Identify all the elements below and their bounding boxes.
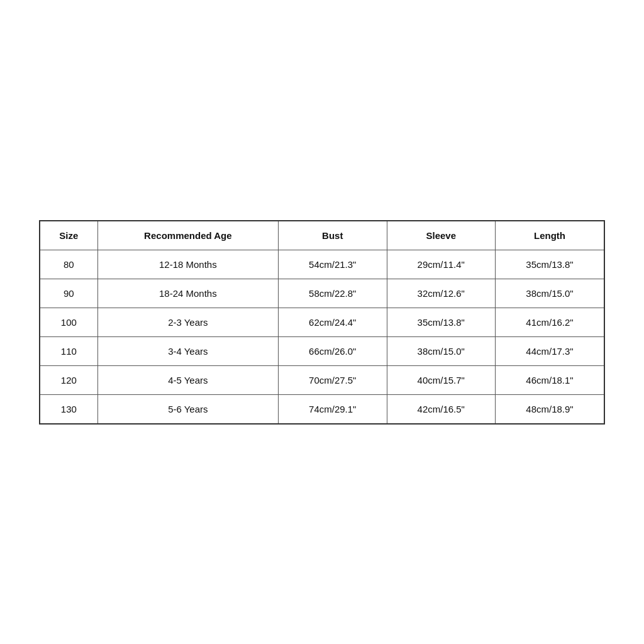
cell-age: 18-24 Months bbox=[97, 279, 278, 308]
cell-sleeve: 29cm/11.4" bbox=[387, 250, 496, 279]
cell-length: 48cm/18.9" bbox=[496, 394, 604, 424]
cell-size: 90 bbox=[40, 279, 97, 308]
table-row: 9018-24 Months58cm/22.8"32cm/12.6"38cm/1… bbox=[40, 279, 604, 308]
table-row: 1103-4 Years66cm/26.0"38cm/15.0"44cm/17.… bbox=[40, 336, 604, 365]
cell-age: 3-4 Years bbox=[97, 336, 278, 365]
cell-bust: 58cm/22.8" bbox=[279, 279, 387, 308]
header-length: Length bbox=[496, 221, 604, 250]
cell-sleeve: 35cm/13.8" bbox=[387, 308, 496, 336]
cell-age: 4-5 Years bbox=[97, 365, 278, 394]
cell-length: 44cm/17.3" bbox=[496, 336, 604, 365]
header-bust: Bust bbox=[279, 221, 387, 250]
cell-length: 41cm/16.2" bbox=[496, 308, 604, 336]
table-header-row: Size Recommended Age Bust Sleeve Length bbox=[40, 221, 604, 250]
cell-size: 100 bbox=[40, 308, 97, 336]
cell-sleeve: 38cm/15.0" bbox=[387, 336, 496, 365]
cell-sleeve: 40cm/15.7" bbox=[387, 365, 496, 394]
header-size: Size bbox=[40, 221, 97, 250]
cell-size: 120 bbox=[40, 365, 97, 394]
cell-bust: 74cm/29.1" bbox=[279, 394, 387, 424]
cell-age: 12-18 Months bbox=[97, 250, 278, 279]
header-sleeve: Sleeve bbox=[387, 221, 496, 250]
cell-age: 2-3 Years bbox=[97, 308, 278, 336]
cell-sleeve: 42cm/16.5" bbox=[387, 394, 496, 424]
cell-bust: 62cm/24.4" bbox=[279, 308, 387, 336]
size-chart-table: Size Recommended Age Bust Sleeve Length … bbox=[39, 220, 605, 425]
cell-size: 130 bbox=[40, 394, 97, 424]
cell-sleeve: 32cm/12.6" bbox=[387, 279, 496, 308]
cell-bust: 70cm/27.5" bbox=[279, 365, 387, 394]
table-row: 1305-6 Years74cm/29.1"42cm/16.5"48cm/18.… bbox=[40, 394, 604, 424]
table-row: 8012-18 Months54cm/21.3"29cm/11.4"35cm/1… bbox=[40, 250, 604, 279]
size-chart-container: Size Recommended Age Bust Sleeve Length … bbox=[39, 220, 605, 425]
table-row: 1002-3 Years62cm/24.4"35cm/13.8"41cm/16.… bbox=[40, 308, 604, 336]
cell-length: 46cm/18.1" bbox=[496, 365, 604, 394]
cell-size: 110 bbox=[40, 336, 97, 365]
table-row: 1204-5 Years70cm/27.5"40cm/15.7"46cm/18.… bbox=[40, 365, 604, 394]
header-recommended-age: Recommended Age bbox=[97, 221, 278, 250]
cell-bust: 54cm/21.3" bbox=[279, 250, 387, 279]
cell-size: 80 bbox=[40, 250, 97, 279]
cell-bust: 66cm/26.0" bbox=[279, 336, 387, 365]
cell-age: 5-6 Years bbox=[97, 394, 278, 424]
cell-length: 38cm/15.0" bbox=[496, 279, 604, 308]
cell-length: 35cm/13.8" bbox=[496, 250, 604, 279]
